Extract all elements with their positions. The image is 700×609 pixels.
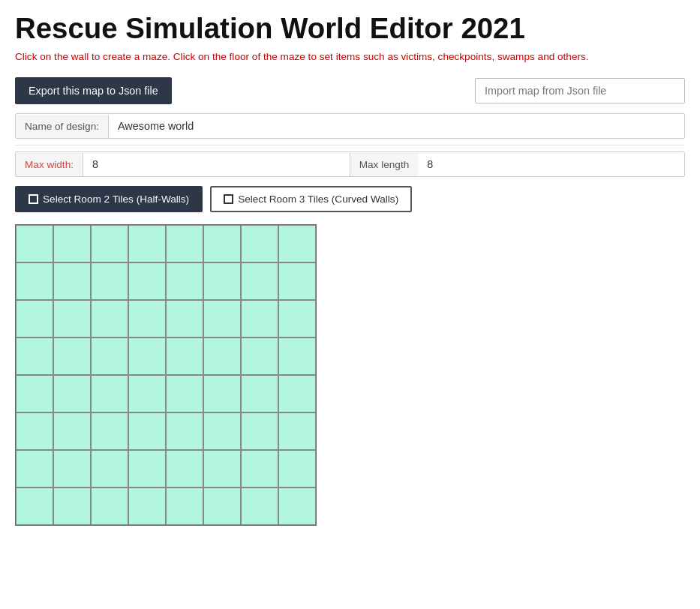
grid-cell[interactable]	[278, 450, 316, 488]
grid-cell[interactable]	[166, 338, 203, 375]
grid-cell[interactable]	[166, 300, 203, 338]
grid-row	[16, 450, 316, 488]
grid-row	[16, 412, 316, 450]
room2-label: Select Room 2 Tiles (Half-Walls)	[43, 194, 189, 205]
grid-cell[interactable]	[91, 450, 128, 488]
length-value: 8	[418, 152, 684, 176]
grid-cell[interactable]	[128, 338, 166, 375]
grid-cell[interactable]	[53, 225, 91, 262]
name-value: Awesome world	[109, 114, 203, 138]
grid-cell[interactable]	[128, 450, 166, 488]
grid-cell[interactable]	[278, 375, 316, 412]
grid-row	[16, 338, 316, 375]
grid-cell[interactable]	[203, 375, 241, 412]
export-button[interactable]: Export this map to Json file	[15, 77, 172, 104]
grid-row	[16, 375, 316, 412]
grid-cell[interactable]	[16, 225, 53, 262]
maze-grid	[15, 224, 317, 526]
width-value: 8	[83, 152, 350, 176]
grid-cell[interactable]	[166, 225, 203, 262]
grid-cell[interactable]	[278, 225, 316, 262]
grid-cell[interactable]	[128, 262, 166, 300]
divider	[15, 145, 685, 146]
grid-cell[interactable]	[241, 488, 278, 525]
room2-button[interactable]: Select Room 2 Tiles (Half-Walls)	[15, 186, 203, 212]
import-input[interactable]	[475, 78, 685, 104]
grid-cell[interactable]	[128, 300, 166, 338]
grid-cell[interactable]	[91, 488, 128, 525]
grid-cell[interactable]	[91, 375, 128, 412]
grid-cell[interactable]	[166, 450, 203, 488]
grid-cell[interactable]	[16, 488, 53, 525]
grid-cell[interactable]	[203, 488, 241, 525]
grid-cell[interactable]	[128, 375, 166, 412]
grid-cell[interactable]	[278, 488, 316, 525]
grid-cell[interactable]	[128, 488, 166, 525]
name-label: Name of design:	[16, 115, 109, 138]
width-label: Max width:	[16, 153, 83, 176]
grid-cell[interactable]	[203, 262, 241, 300]
grid-cell[interactable]	[278, 412, 316, 450]
grid-cell[interactable]	[16, 375, 53, 412]
grid-cell[interactable]	[166, 412, 203, 450]
grid-cell[interactable]	[53, 262, 91, 300]
grid-cell[interactable]	[241, 450, 278, 488]
grid-cell[interactable]	[203, 412, 241, 450]
grid-cell[interactable]	[91, 225, 128, 262]
grid-cell[interactable]	[128, 412, 166, 450]
room3-checkbox-icon	[224, 194, 233, 204]
grid-cell[interactable]	[241, 338, 278, 375]
grid-cell[interactable]	[53, 488, 91, 525]
grid-cell[interactable]	[278, 300, 316, 338]
grid-cell[interactable]	[203, 225, 241, 262]
length-label: Max length	[350, 153, 419, 176]
grid-cell[interactable]	[278, 262, 316, 300]
grid-cell[interactable]	[91, 300, 128, 338]
grid-cell[interactable]	[53, 300, 91, 338]
grid-row	[16, 488, 316, 525]
grid-row	[16, 262, 316, 300]
grid-cell[interactable]	[241, 412, 278, 450]
grid-cell[interactable]	[203, 338, 241, 375]
grid-cell[interactable]	[91, 262, 128, 300]
grid-cell[interactable]	[91, 412, 128, 450]
grid-cell[interactable]	[166, 488, 203, 525]
grid-cell[interactable]	[203, 300, 241, 338]
grid-cell[interactable]	[128, 225, 166, 262]
grid-cell[interactable]	[16, 262, 53, 300]
grid-cell[interactable]	[16, 450, 53, 488]
room3-button[interactable]: Select Room 3 Tiles (Curved Walls)	[210, 186, 412, 212]
page-title: Rescue Simulation World Editor 2021	[15, 12, 685, 45]
grid-cell[interactable]	[278, 338, 316, 375]
grid-cell[interactable]	[241, 300, 278, 338]
grid-cell[interactable]	[53, 412, 91, 450]
grid-cell[interactable]	[241, 375, 278, 412]
grid-cell[interactable]	[241, 225, 278, 262]
grid-cell[interactable]	[166, 262, 203, 300]
room3-label: Select Room 3 Tiles (Curved Walls)	[238, 194, 398, 205]
grid-cell[interactable]	[16, 338, 53, 375]
grid-cell[interactable]	[241, 262, 278, 300]
grid-cell[interactable]	[16, 300, 53, 338]
room2-checkbox-icon	[29, 194, 38, 204]
grid-cell[interactable]	[16, 412, 53, 450]
grid-cell[interactable]	[166, 375, 203, 412]
grid-row	[16, 225, 316, 262]
subtitle: Click on the wall to create a maze. Clic…	[15, 51, 685, 62]
grid-cell[interactable]	[53, 375, 91, 412]
grid-cell[interactable]	[53, 338, 91, 375]
grid-cell[interactable]	[91, 338, 128, 375]
grid-row	[16, 300, 316, 338]
grid-cell[interactable]	[53, 450, 91, 488]
grid-cell[interactable]	[203, 450, 241, 488]
